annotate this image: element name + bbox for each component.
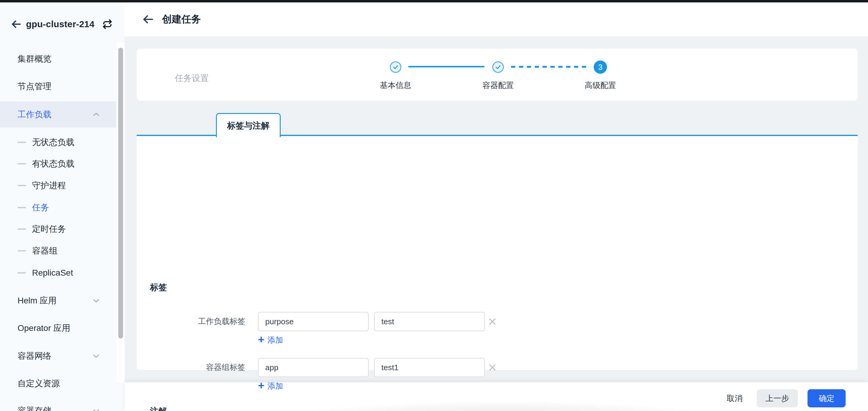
dash-icon [18,229,26,230]
sidebar-item-label: 集群概览 [18,53,52,65]
confirm-button[interactable]: 确定 [807,389,846,407]
sidebar-item-helm-apps[interactable]: Helm 应用 [0,290,116,312]
sidebar-item-label: 容器存储 [18,405,52,411]
add-pod-label-link[interactable]: + 添加 [258,381,283,391]
previous-step-button[interactable]: 上一步 [757,389,798,407]
sidebar-item-operator-apps[interactable]: Operator 应用 [0,317,116,339]
remove-row-icon[interactable] [487,316,498,327]
dash-icon [18,207,26,208]
step-2-label: 容器配置 [465,80,531,91]
sidebar-item-workloads[interactable]: 工作负载 [0,102,116,128]
back-arrow-icon[interactable] [10,18,22,30]
sidebar: gpu-cluster-214 集群概览 节点管理 工作负载 无状态负载 有状态… [0,2,125,411]
sidebar-item-label: 节点管理 [18,81,52,92]
sidebar-item-label: Helm 应用 [18,295,57,306]
main-area: 创建任务 3 基本信息 容器配置 高级配置 任务设置 标签与注解 标签 工作负载… [125,2,868,411]
dash-icon [18,163,26,164]
tab-labels-annotations[interactable]: 标签与注解 [216,113,281,137]
step-number: 3 [598,63,602,72]
sidebar-item-daemonsets[interactable]: 守护进程 [0,175,116,197]
plus-icon: + [258,381,264,390]
sidebar-item-label: 任务 [32,202,49,213]
tab-job-settings[interactable]: 任务设置 [161,67,222,89]
sidebar-item-cluster-overview[interactable]: 集群概览 [0,48,116,70]
pod-label-key-input[interactable] [258,358,369,377]
step-connector-solid [408,66,485,67]
step-connector-dashed [511,66,588,68]
dash-icon [18,142,26,143]
field-label-workload-label: 工作负载标签 [137,316,245,327]
footer-shadow [215,385,790,411]
chevron-down-icon [92,352,100,360]
sidebar-item-container-storage[interactable]: 容器存储 [0,400,116,411]
sidebar-item-label: ReplicaSet [32,268,73,278]
sidebar-item-label: 有状态负载 [32,158,74,170]
sidebar-item-label: 守护进程 [32,180,66,191]
sidebar-item-label: 容器组 [32,245,58,256]
sidebar-item-label: 无状态负载 [32,137,74,148]
chevron-down-icon [92,407,100,411]
sidebar-item-label: 定时任务 [32,223,66,235]
back-arrow-icon[interactable] [142,13,155,26]
sidebar-item-pods[interactable]: 容器组 [0,240,116,262]
sidebar-item-replicasets[interactable]: ReplicaSet [0,262,116,284]
add-workload-label-link[interactable]: + 添加 [258,335,283,345]
form-card: 标签 工作负载标签 + 添加 容器组标签 + 添加 注解 工作负载注解 + 添加 [137,136,858,370]
switch-cluster-icon[interactable] [101,18,114,31]
sidebar-scrollbar-thumb[interactable] [118,48,123,339]
page-header: 创建任务 [125,2,868,36]
workload-label-key-input[interactable] [258,312,369,331]
cancel-button[interactable]: 取消 [721,389,748,407]
stepper-card: 3 基本信息 容器配置 高级配置 [137,49,858,101]
dash-icon [18,272,26,274]
chevron-up-icon [92,110,100,119]
chevron-down-icon [92,297,100,305]
remove-row-icon[interactable] [487,362,498,373]
plus-icon: + [258,335,264,344]
dash-icon [18,250,26,251]
workload-label-value-input[interactable] [374,312,485,331]
sidebar-item-custom-resources[interactable]: 自定义资源 [0,373,116,395]
cluster-name: gpu-cluster-214 [26,19,94,29]
sidebar-item-container-network[interactable]: 容器网络 [0,345,116,367]
sidebar-item-cronjobs[interactable]: 定时任务 [0,218,116,240]
section-heading-annotations: 注解 [150,406,167,411]
field-label-pod-label: 容器组标签 [137,362,245,373]
pod-label-value-input[interactable] [374,358,485,377]
window-top-bar [0,0,868,2]
section-heading-labels: 标签 [150,282,167,293]
sidebar-item-label: Operator 应用 [18,322,70,334]
add-label-text: 添加 [267,381,283,391]
sidebar-header: gpu-cluster-214 [0,9,125,39]
sidebar-item-node-management[interactable]: 节点管理 [0,75,116,97]
step-1-label: 基本信息 [362,80,429,91]
sidebar-item-label: 自定义资源 [18,378,60,389]
sidebar-item-statefulsets[interactable]: 有状态负载 [0,153,116,175]
dash-icon [18,185,26,186]
add-label-text: 添加 [267,335,283,345]
sidebar-item-label: 容器网络 [18,350,52,362]
sidebar-item-label: 工作负载 [18,109,52,120]
page-title: 创建任务 [162,13,201,26]
step-2-done-icon [492,61,504,73]
sidebar-item-deployments[interactable]: 无状态负载 [0,132,116,153]
step-1-done-icon [390,61,401,73]
step-3-label: 高级配置 [567,80,633,91]
step-3-current-icon: 3 [594,61,607,74]
wizard-footer: 取消 上一步 确定 [125,382,868,411]
sidebar-item-jobs[interactable]: 任务 [0,197,116,218]
